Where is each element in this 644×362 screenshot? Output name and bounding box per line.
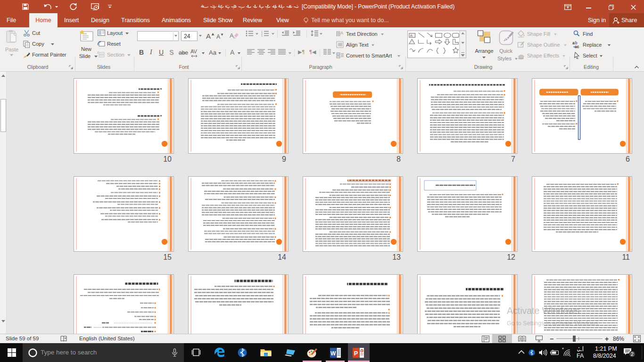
svg-text:A: A xyxy=(340,31,343,35)
svg-text:A: A xyxy=(230,32,234,39)
svg-text:2: 2 xyxy=(631,351,634,357)
svg-text:P: P xyxy=(354,350,358,357)
svg-text:ac: ac xyxy=(575,44,579,49)
svg-text:A: A xyxy=(410,33,413,38)
svg-text:3: 3 xyxy=(261,35,263,37)
svg-text:*: * xyxy=(562,348,564,352)
svg-text:W: W xyxy=(330,350,336,357)
